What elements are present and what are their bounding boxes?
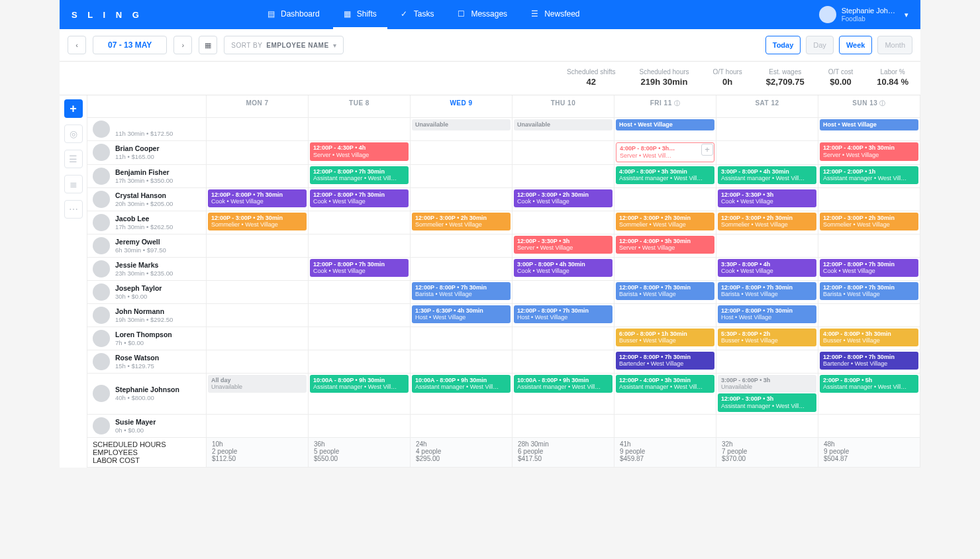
shift-cell[interactable]: 12:00P - 8:00P • 7h 30minBartender • Wes… — [614, 350, 716, 374]
shift-cell[interactable]: 2:00P - 8:00P • 5hAssistant manager • We… — [818, 374, 920, 415]
shift-block[interactable]: 12:00P - 3:30P • 3hServer • West Village — [514, 236, 612, 254]
day-header[interactable]: SAT 12 — [716, 95, 818, 118]
profile-menu[interactable]: Stephanie Joh… Foodlab ▾ — [819, 6, 908, 23]
shift-block[interactable]: 1:30P - 6:30P • 4h 30minHost • West Vill… — [412, 305, 511, 324]
day-header[interactable]: THU 10 — [513, 95, 614, 118]
shift-block[interactable]: 12:00P - 8:00P • 7h 30minBarista • West … — [718, 282, 816, 301]
shift-cell[interactable]: 12:00P - 8:00P • 7h 30minHost • West Vil… — [513, 304, 614, 327]
shift-cell[interactable]: All dayUnavailable — [207, 374, 309, 415]
shift-cell[interactable] — [411, 327, 513, 350]
shift-block[interactable]: 6:00P - 8:00P • 1h 30minBusser • West Vi… — [616, 329, 714, 347]
shift-block[interactable]: 12:00P - 4:00P • 3h 30minAssistant manag… — [616, 375, 714, 393]
day-header[interactable]: SUN 13ⓘ — [818, 95, 920, 118]
shift-cell[interactable]: Host • West Village — [614, 118, 716, 141]
add-button[interactable]: + — [64, 99, 83, 118]
shift-block[interactable]: 10:00A - 8:00P • 9h 30minAssistant manag… — [412, 375, 511, 393]
shift-cell[interactable] — [818, 188, 920, 211]
shift-block[interactable]: 12:00P - 8:00P • 7h 30minBartender • Wes… — [616, 352, 714, 370]
shift-cell[interactable] — [513, 211, 614, 234]
shift-cell[interactable] — [207, 141, 309, 165]
shift-block[interactable]: 3:30P - 8:00P • 4hCook • West Village — [718, 259, 816, 278]
shift-cell[interactable]: 6:00P - 8:00P • 1h 30minBusser • West Vi… — [614, 327, 716, 350]
shift-block[interactable]: All dayUnavailable — [208, 375, 307, 393]
shift-cell[interactable]: 12:00P - 4:00P • 3h 30minServer • West V… — [614, 234, 716, 258]
shift-cell[interactable]: 12:00P - 4:00P • 3h 30minAssistant manag… — [614, 374, 716, 415]
shift-cell[interactable] — [716, 141, 818, 165]
shift-cell[interactable]: 4:00P - 8:00P • 3h 30minBusser • West Vi… — [818, 327, 920, 350]
nav-dashboard[interactable]: ▤Dashboard — [257, 0, 330, 29]
shift-cell[interactable]: 12:00P - 8:00P • 7h 30minBarista • West … — [614, 281, 716, 304]
shift-block[interactable]: 12:00P - 8:00P • 7h 30minHost • West Vil… — [718, 305, 816, 324]
shift-block[interactable]: 3:00P - 8:00P • 4h 30minAssistant manage… — [718, 166, 816, 185]
shift-block[interactable]: 5:30P - 8:00P • 2hBusser • West Village — [718, 329, 816, 347]
shift-cell[interactable] — [207, 165, 309, 188]
calendar-button[interactable]: ▦ — [199, 36, 217, 54]
view-week-button[interactable]: Week — [839, 36, 873, 54]
shift-cell[interactable] — [411, 234, 513, 258]
day-header[interactable]: WED 9 — [411, 95, 513, 118]
shift-cell[interactable]: 12:00P - 8:00P • 7h 30minBarista • West … — [716, 281, 818, 304]
add-shift-button[interactable]: + — [701, 144, 713, 156]
shift-cell[interactable]: 4:00P - 8:00P • 3h 30minAssistant manage… — [614, 165, 716, 188]
shift-cell[interactable]: 12:00P - 8:00P • 7h 30minHost • West Vil… — [716, 304, 818, 327]
shift-cell[interactable]: Unavailable — [513, 118, 614, 141]
shift-cell[interactable] — [513, 165, 614, 188]
shift-cell[interactable]: Unavailable — [411, 118, 513, 141]
shift-cell[interactable] — [207, 258, 309, 281]
nav-tasks[interactable]: ✓Tasks — [390, 0, 445, 29]
shift-cell[interactable]: 12:00P - 3:00P • 2h 30minSommelier • Wes… — [614, 211, 716, 234]
shift-cell[interactable] — [411, 141, 513, 165]
shift-block[interactable]: 4:00P - 8:00P • 3h 30minAssistant manage… — [616, 166, 714, 185]
shift-cell[interactable]: 3:30P - 8:00P • 4hCook • West Village — [716, 258, 818, 281]
shift-cell[interactable]: 12:00P - 8:00P • 7h 30minCook • West Vil… — [818, 258, 920, 281]
shift-block[interactable]: 12:00P - 3:00P • 2h 30minCook • West Vil… — [514, 189, 612, 208]
shift-cell[interactable] — [716, 118, 818, 141]
shift-cell[interactable] — [513, 350, 614, 374]
shift-cell[interactable]: 12:00P - 8:00P • 7h 30minCook • West Vil… — [207, 188, 309, 211]
shift-block[interactable]: 12:00P - 2:00P • 1hAssistant manager • W… — [820, 166, 918, 185]
today-button[interactable]: Today — [765, 36, 801, 54]
nav-shifts[interactable]: ▦Shifts — [333, 0, 387, 29]
shift-cell[interactable]: 5:30P - 8:00P • 2hBusser • West Village — [716, 327, 818, 350]
shift-block[interactable]: 12:00P - 8:00P • 7h 30minCook • West Vil… — [820, 259, 918, 278]
shift-block[interactable]: 12:00P - 8:00P • 7h 30minCook • West Vil… — [310, 259, 409, 278]
shift-cell[interactable]: 3:00P - 8:00P • 4h 30minCook • West Vill… — [513, 258, 614, 281]
shift-cell[interactable] — [207, 234, 309, 258]
sort-dropdown[interactable]: SORT BY EMPLOYEE NAME ▾ — [224, 36, 344, 54]
shift-cell[interactable]: 12:00P - 4:00P • 3h 30minServer • West V… — [818, 141, 920, 165]
shift-cell[interactable] — [207, 327, 309, 350]
shift-cell[interactable]: 12:00P - 3:00P • 2h 30minCook • West Vil… — [513, 188, 614, 211]
shift-cell[interactable]: 12:00P - 8:00P • 7h 30minAssistant manag… — [309, 165, 411, 188]
nav-newsfeed[interactable]: ☰Newsfeed — [520, 0, 590, 29]
shift-block[interactable]: 12:00P - 8:00P • 7h 30minBarista • West … — [616, 282, 714, 301]
shift-block[interactable]: 12:00P - 3:30P • 3hCook • West Village — [718, 189, 816, 208]
shift-cell[interactable] — [411, 258, 513, 281]
shift-cell[interactable] — [309, 327, 411, 350]
shift-block[interactable]: Host • West Village — [616, 119, 714, 130]
day-header[interactable]: MON 7 — [207, 95, 309, 118]
shift-cell[interactable] — [309, 281, 411, 304]
shift-block[interactable]: Host • West Village — [820, 119, 918, 130]
shift-cell[interactable] — [411, 415, 513, 438]
shift-block[interactable]: 12:00P - 3:00P • 2h 30minSommelier • Wes… — [820, 213, 918, 231]
day-header[interactable]: TUE 8 — [309, 95, 411, 118]
shift-cell[interactable] — [513, 415, 614, 438]
shift-cell[interactable] — [207, 304, 309, 327]
view-month-button[interactable]: Month — [877, 36, 912, 54]
shift-cell[interactable]: 12:00P - 4:30P • 4hServer • West Village — [309, 141, 411, 165]
shift-block[interactable]: 3:00P - 6:00P • 3hUnavailable — [718, 375, 816, 393]
shift-cell[interactable] — [309, 304, 411, 327]
shift-cell[interactable]: 12:00P - 8:00P • 7h 30minBartender • Wes… — [818, 350, 920, 374]
shift-block[interactable]: 12:00P - 8:00P • 7h 30minBarista • West … — [820, 282, 918, 301]
settings-icon[interactable]: ⋯ — [64, 200, 83, 219]
shift-cell[interactable] — [716, 234, 818, 258]
shift-block[interactable]: Unavailable — [412, 119, 511, 130]
shift-cell[interactable]: 12:00P - 8:00P • 7h 30minBarista • West … — [818, 281, 920, 304]
shift-cell[interactable]: 3:00P - 8:00P • 4h 30minAssistant manage… — [716, 165, 818, 188]
shift-cell[interactable]: 12:00P - 3:00P • 2h 30minSommelier • Wes… — [716, 211, 818, 234]
shift-cell[interactable] — [309, 234, 411, 258]
shift-block[interactable]: 12:00P - 8:00P • 7h 30minBartender • Wes… — [820, 352, 918, 370]
shift-cell[interactable]: 12:00P - 3:00P • 2h 30minSommelier • Wes… — [818, 211, 920, 234]
shift-block[interactable]: 12:00P - 8:00P • 7h 30minHost • West Vil… — [514, 305, 612, 324]
shift-cell[interactable]: 12:00P - 3:30P • 3hServer • West Village — [513, 234, 614, 258]
